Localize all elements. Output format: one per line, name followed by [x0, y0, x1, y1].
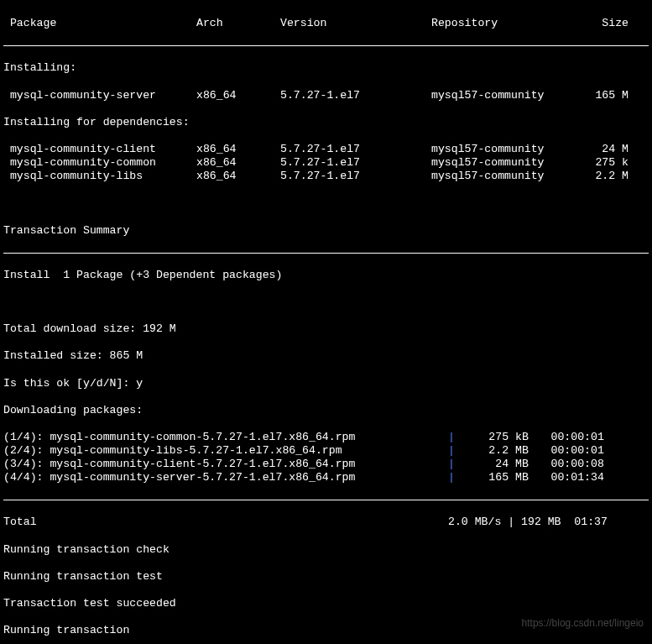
pkg-version: 5.7.27-1.el7 — [280, 156, 431, 170]
pkg-arch: x86_64 — [196, 143, 280, 156]
hdr-repo: Repository — [431, 17, 578, 30]
download-size: 165 MB — [462, 471, 529, 484]
pkg-name: mysql-community-client — [3, 143, 196, 156]
pipe-separator: | — [448, 471, 462, 484]
blank-line — [3, 196, 649, 210]
table-header: PackageArchVersionRepositorySize — [3, 17, 649, 30]
installed-size: Installed size: 865 M — [3, 349, 649, 363]
download-size: 275 kB — [462, 431, 529, 444]
download-name: (2/4): mysql-community-libs-5.7.27-1.el7… — [3, 444, 448, 458]
watermark: https://blog.csdn.net/lingeio — [522, 617, 644, 630]
install-summary: Install 1 Package (+3 Dependent packages… — [3, 269, 649, 282]
separator — [3, 500, 649, 500]
section-installing-deps: Installing for dependencies: — [3, 116, 649, 129]
blank-line — [3, 296, 649, 309]
total-label: Total — [3, 516, 448, 529]
pipe-separator: | — [448, 444, 462, 458]
download-row: (2/4): mysql-community-libs-5.7.27-1.el7… — [3, 444, 649, 458]
hdr-arch: Arch — [196, 17, 280, 30]
pkg-size: 275 k — [578, 156, 629, 170]
pkg-arch: x86_64 — [196, 170, 280, 183]
run-transaction-check: Running transaction check — [3, 543, 649, 557]
download-name: (3/4): mysql-community-client-5.7.27-1.e… — [3, 458, 448, 471]
download-row: (4/4): mysql-community-server-5.7.27-1.e… — [3, 471, 649, 484]
pkg-size: 2.2 M — [578, 170, 629, 183]
pkg-name: mysql-community-common — [3, 156, 196, 170]
pkg-repo: mysql57-community — [431, 156, 578, 170]
download-time: 00:01:34 — [529, 471, 604, 484]
table-row: mysql-community-commonx86_645.7.27-1.el7… — [3, 156, 649, 170]
table-row: mysql-community-libsx86_645.7.27-1.el7my… — [3, 170, 649, 183]
download-time: 00:00:01 — [529, 444, 604, 458]
download-size: 24 MB — [462, 458, 529, 471]
pkg-arch: x86_64 — [196, 89, 280, 102]
pkg-name: mysql-community-server — [3, 89, 196, 102]
downloading-label: Downloading packages: — [3, 404, 649, 417]
pipe-separator: | — [448, 458, 462, 471]
separator — [3, 45, 649, 46]
hdr-package: Package — [3, 17, 196, 30]
download-size: 2.2 MB — [462, 444, 529, 458]
pkg-size: 165 M — [578, 89, 629, 102]
section-installing: Installing: — [3, 61, 649, 75]
hdr-size: Size — [578, 17, 629, 30]
terminal-output: PackageArchVersionRepositorySize Install… — [0, 0, 652, 644]
hdr-version: Version — [280, 17, 431, 30]
pkg-version: 5.7.27-1.el7 — [280, 170, 431, 183]
download-name: (1/4): mysql-community-common-5.7.27-1.e… — [3, 431, 448, 444]
pkg-repo: mysql57-community — [431, 89, 578, 102]
pkg-arch: x86_64 — [196, 156, 280, 170]
download-name: (4/4): mysql-community-server-5.7.27-1.e… — [3, 471, 448, 484]
download-time: 00:00:08 — [529, 458, 604, 471]
transaction-test-ok: Transaction test succeeded — [3, 597, 649, 610]
pkg-repo: mysql57-community — [431, 143, 578, 156]
run-transaction-test: Running transaction test — [3, 570, 649, 584]
section-txn-summary: Transaction Summary — [3, 224, 649, 238]
separator — [3, 253, 649, 254]
download-row: (1/4): mysql-community-common-5.7.27-1.e… — [3, 431, 649, 444]
confirm-prompt[interactable]: Is this ok [y/d/N]: y — [3, 377, 649, 390]
pkg-version: 5.7.27-1.el7 — [280, 89, 431, 102]
pipe-separator: | — [448, 431, 462, 444]
download-row: (3/4): mysql-community-client-5.7.27-1.e… — [3, 458, 649, 471]
pkg-name: mysql-community-libs — [3, 170, 196, 183]
table-row: mysql-community-clientx86_645.7.27-1.el7… — [3, 143, 649, 156]
pkg-repo: mysql57-community — [431, 170, 578, 183]
total-stats: 2.0 MB/s | 192 MB 01:37 — [448, 516, 608, 529]
download-time: 00:00:01 — [529, 431, 604, 444]
table-row: mysql-community-serverx86_645.7.27-1.el7… — [3, 89, 649, 102]
download-total: Total2.0 MB/s | 192 MB 01:37 — [3, 516, 649, 529]
pkg-version: 5.7.27-1.el7 — [280, 143, 431, 156]
total-download-size: Total download size: 192 M — [3, 322, 649, 336]
pkg-size: 24 M — [578, 143, 629, 156]
